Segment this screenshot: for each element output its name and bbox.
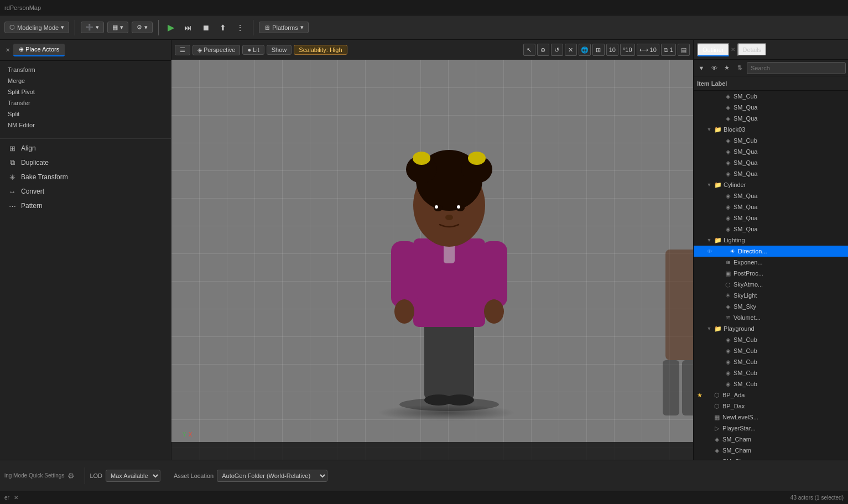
star-filter-btn[interactable]: ★: [721, 63, 732, 74]
tree-item-skylight[interactable]: ☀ SkyLight: [694, 290, 848, 301]
tree-item-bp-dax[interactable]: ⬡ BP_Dax: [694, 401, 848, 412]
tree-item-sm-qua-2[interactable]: ◈ SM_Qua: [694, 146, 848, 157]
transform-label[interactable]: Transform: [4, 64, 167, 75]
split-pivot-label[interactable]: Split Pivot: [4, 86, 167, 97]
merge-label[interactable]: Merge: [4, 75, 167, 86]
settings-dropdown-icon: ▾: [144, 24, 148, 31]
transfer-label[interactable]: Transfer: [4, 97, 167, 108]
tree-item-bp-ada[interactable]: ★ ⬡ BP_Ada: [694, 389, 848, 401]
rotate-btn[interactable]: ↺: [551, 44, 563, 56]
tree-folder-playground[interactable]: ▼ 📁 Playground: [694, 323, 848, 334]
filter-btn[interactable]: ▼: [696, 63, 707, 74]
tree-item-directional-light[interactable]: 👁 ☀ Direction...: [694, 246, 848, 257]
asset-location-select[interactable]: AutoGen Folder (World-Relative): [217, 470, 327, 482]
tree-item-newlevels[interactable]: ▦ NewLevelS...: [694, 412, 848, 423]
grid-btn[interactable]: ⊞: [592, 44, 605, 56]
tree-item-exponential-height-fog[interactable]: ≋ Exponen...: [694, 257, 848, 268]
tree-folder-block03[interactable]: ▼ 📁 Block03: [694, 124, 848, 135]
tree-item-sm-qua-3[interactable]: ◈ SM_Qua: [694, 157, 848, 168]
scalability-label: Scalability: High: [299, 46, 342, 53]
tree-item-pg-sm-cub-1[interactable]: ◈ SM_Cub: [694, 345, 848, 356]
viewport-menu-btn[interactable]: ☰: [175, 45, 190, 55]
tree-item-sm-qua-0[interactable]: ◈ SM_Qua: [694, 102, 848, 113]
menu-item-convert[interactable]: ↔ Convert: [0, 184, 171, 199]
tree-folder-cylinder[interactable]: ▼ 📁 Cylinder: [694, 179, 848, 190]
close-icon[interactable]: ✕: [3, 46, 12, 54]
world-icon-btn[interactable]: 🌐: [579, 44, 591, 56]
place-actors-tab[interactable]: ⊕ Place Actors: [13, 44, 65, 56]
eye-filter-btn[interactable]: 👁: [709, 63, 720, 74]
modeling-mode-btn[interactable]: ⬡ Modeling Mode ▾: [4, 22, 69, 33]
scale-btn[interactable]: ✕: [565, 44, 577, 56]
tree-item-sm-cham-2[interactable]: ◈ SM_Cham: [694, 456, 848, 460]
status-left: er: [4, 495, 9, 501]
transform-gizmo-btn[interactable]: ⊕: [537, 44, 549, 56]
tree-item-pg-sm-cub-3[interactable]: ◈ SM_Cub: [694, 367, 848, 378]
menu-item-pattern[interactable]: ⋯ Pattern: [0, 199, 171, 213]
svg-point-21: [445, 215, 453, 220]
lit-btn[interactable]: ● Lit: [242, 45, 264, 55]
player-icon: ▷: [712, 425, 721, 432]
outliner-content[interactable]: ◈ SM_Cub ◈ SM_Qua ◈ SM_Qua ▼ 📁: [694, 91, 848, 460]
tree-item-sky-atmo[interactable]: ◌ SkyAtmo...: [694, 279, 848, 290]
modeling-mode-icon: ⬡: [9, 24, 15, 31]
scalability-btn[interactable]: Scalability: High: [294, 45, 347, 55]
tree-item-sm-cham-1[interactable]: ◈ SM_Cham: [694, 445, 848, 456]
add-btn[interactable]: ➕ ▾: [81, 22, 104, 33]
tree-item-sm-qua-6[interactable]: ◈ SM_Qua: [694, 201, 848, 212]
perspective-btn[interactable]: ◈ Perspective: [193, 45, 240, 55]
menu-item-align[interactable]: ⊞ Align: [0, 141, 171, 155]
layout-btn[interactable]: ▦ ▾: [107, 22, 128, 33]
tree-item-sm-cub-0[interactable]: ◈ SM_Cub: [694, 91, 848, 102]
lod-section: LOD Max Available: [90, 470, 160, 482]
select-tool-btn[interactable]: ↖: [523, 44, 535, 56]
play-step-button[interactable]: ⏭: [181, 22, 195, 33]
tree-item-sm-qua-5[interactable]: ◈ SM_Qua: [694, 190, 848, 201]
outliner-tab-close[interactable]: ✕: [731, 46, 735, 53]
play-button[interactable]: ▶: [164, 21, 178, 34]
mesh-icon: ◈: [724, 104, 732, 111]
tree-item-sm-cub-1[interactable]: ◈ SM_Cub: [694, 135, 848, 146]
sort-btn[interactable]: ⇅: [734, 63, 745, 74]
platforms-btn[interactable]: 🖥 Platforms ▾: [259, 22, 308, 33]
outliner-tab[interactable]: Outliner: [697, 43, 730, 56]
tree-item-sm-qua-8[interactable]: ◈ SM_Qua: [694, 224, 848, 235]
mesh-icon: ◈: [724, 370, 732, 377]
tree-item-sm-qua-4[interactable]: ◈ SM_Qua: [694, 168, 848, 179]
tree-item-pg-sm-cub-0[interactable]: ◈ SM_Cub: [694, 334, 848, 345]
tree-item-pg-sm-cub-2[interactable]: ◈ SM_Cub: [694, 356, 848, 367]
grid-size-btn[interactable]: 10: [606, 44, 618, 56]
platforms-icon: 🖥: [264, 24, 270, 31]
svg-rect-1: [445, 316, 474, 399]
more-button[interactable]: ⋮: [233, 22, 247, 33]
tree-item-sm-cham-0[interactable]: ◈ SM_Cham: [694, 434, 848, 445]
angle-btn[interactable]: °10: [620, 44, 635, 56]
tree-item-postprocess[interactable]: ▣ PostProc...: [694, 268, 848, 279]
tree-item-pg-sm-cub-4[interactable]: ◈ SM_Cub: [694, 378, 848, 389]
tree-item-volumetric[interactable]: ≋ Volumet...: [694, 312, 848, 323]
layout-view-btn[interactable]: ▤: [678, 44, 690, 56]
nm-editor-label[interactable]: NM Editor: [4, 119, 167, 131]
tree-folder-lighting[interactable]: ▼ 📁 Lighting: [694, 235, 848, 246]
mesh-icon: ◈: [724, 347, 732, 355]
build-button[interactable]: ⬆: [216, 22, 230, 33]
duplicate-label: Duplicate: [21, 159, 49, 167]
show-btn[interactable]: Show: [267, 45, 292, 55]
settings-btn[interactable]: ⚙ ▾: [132, 22, 153, 33]
menu-item-duplicate[interactable]: ⧉ Duplicate: [0, 155, 171, 170]
tree-item-sm-qua-1[interactable]: ◈ SM_Qua: [694, 113, 848, 124]
camera-btn[interactable]: ⧉ 1: [661, 44, 676, 56]
stop-button[interactable]: ⏹: [199, 22, 213, 33]
scale-size-btn[interactable]: ⟷ 10: [637, 44, 659, 56]
status-close[interactable]: ✕: [14, 495, 18, 501]
details-tab[interactable]: Details: [737, 43, 767, 56]
tree-item-sm-qua-7[interactable]: ◈ SM_Qua: [694, 212, 848, 224]
outliner-search-input[interactable]: [747, 62, 846, 74]
quick-settings-gear-btn[interactable]: ⚙: [66, 470, 76, 481]
tree-item-playerstar[interactable]: ▷ PlayerStar...: [694, 423, 848, 434]
menu-item-bake-transform[interactable]: ✳ Bake Transform: [0, 170, 171, 184]
viewport[interactable]: ☰ ◈ Perspective ● Lit Show Scalability: …: [171, 40, 693, 460]
tree-item-sm-sky[interactable]: ◈ SM_Sky: [694, 301, 848, 312]
lod-select[interactable]: Max Available: [106, 470, 160, 482]
split-label[interactable]: Split: [4, 108, 167, 119]
